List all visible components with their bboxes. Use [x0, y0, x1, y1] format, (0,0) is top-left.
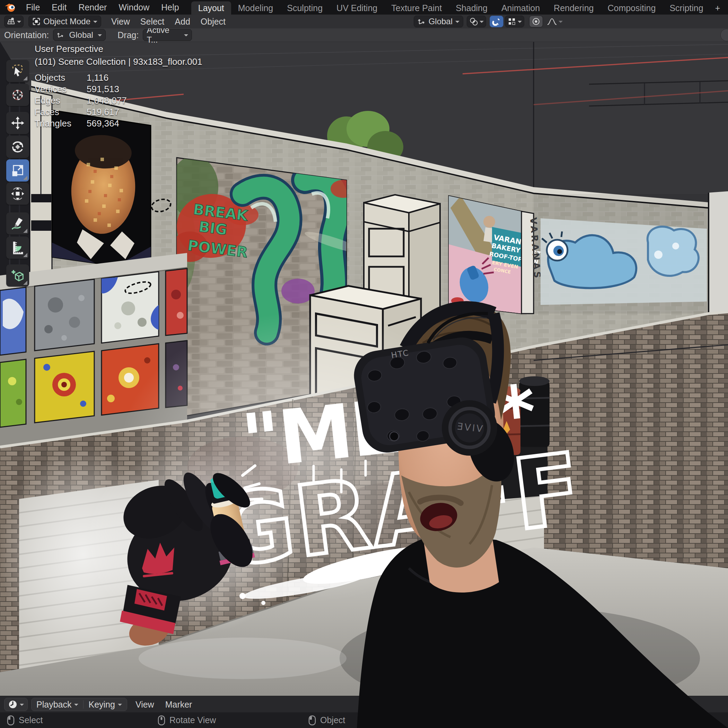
vr-user-photo: HTC VIVE	[0, 0, 728, 728]
blender-window: BREAK BIG POWER VARANASI BAKERY REST ROO…	[0, 0, 728, 728]
